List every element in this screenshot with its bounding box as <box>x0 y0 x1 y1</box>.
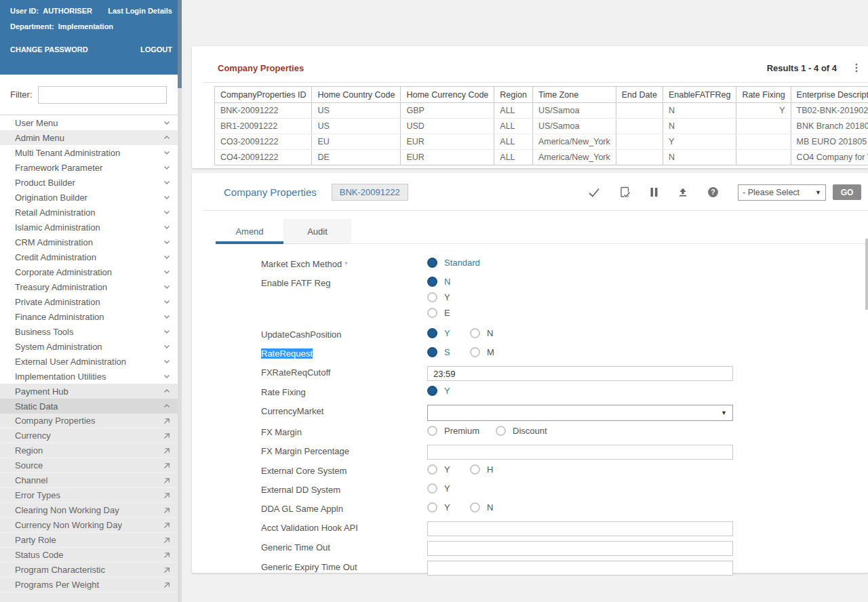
sidebar-item-company-properties[interactable]: Company Properties <box>0 414 182 428</box>
sidebar-item-program-characteristic[interactable]: Program Characteristic <box>0 563 182 578</box>
sidebar-item-external-user-administration[interactable]: External User Administration <box>0 354 182 369</box>
acct-validation-hook-api-input[interactable] <box>427 521 733 536</box>
sidebar-item-channel[interactable]: Channel <box>0 473 182 488</box>
radio-label: Y <box>444 483 450 494</box>
cell-home-currency-code: EUR <box>401 150 494 165</box>
divider <box>203 210 868 211</box>
sidebar-item-business-tools[interactable]: Business Tools <box>0 324 182 339</box>
sidebar-item-payment-hub[interactable]: Payment Hub <box>0 384 182 399</box>
radio-button[interactable] <box>470 464 480 475</box>
radio-button[interactable] <box>427 464 437 475</box>
sidebar-item-source[interactable]: Source <box>0 458 182 473</box>
last-login-link[interactable]: Last Login Details <box>108 7 172 15</box>
sidebar-item-label: Status Code <box>15 550 64 560</box>
sidebar-item-status-code[interactable]: Status Code <box>0 548 182 563</box>
sidebar-item-private-administration[interactable]: Private Administration <box>0 294 182 309</box>
radio-button[interactable] <box>470 502 480 513</box>
sidebar-item-retail-administration[interactable]: Retail Administration <box>0 205 182 220</box>
radio-button[interactable] <box>427 277 437 287</box>
sidebar-item-treasury-administration[interactable]: Treasury Administration <box>0 279 182 294</box>
kebab-menu-icon[interactable] <box>852 62 861 73</box>
radio-button[interactable] <box>427 328 437 338</box>
radio-option-h: H <box>470 464 496 475</box>
radio-button[interactable] <box>427 258 437 268</box>
radio-option-y: Y <box>427 328 454 338</box>
filter-input[interactable] <box>38 86 167 104</box>
table-row: BNK-20091222USGBPALLUS/SamoaNYTB02-BNK-2… <box>215 103 868 119</box>
tab-audit[interactable]: Audit <box>283 219 351 243</box>
sidebar-item-admin-menu[interactable]: Admin Menu <box>0 130 182 145</box>
column-header-home-currency-code: Home Currency Code <box>401 87 494 103</box>
radio-button[interactable] <box>427 386 437 396</box>
sidebar-item-islamic-administration[interactable]: Islamic Administration <box>0 220 182 235</box>
radio-option-s: S <box>427 347 454 357</box>
sidebar-item-currency-non-working-day[interactable]: Currency Non Working Day <box>0 518 182 533</box>
radio-button[interactable] <box>427 292 437 302</box>
user-info-header: User ID: AUTHORISER Last Login Details D… <box>0 0 182 75</box>
go-button[interactable]: GO <box>833 184 861 200</box>
radio-button[interactable] <box>470 328 480 338</box>
sidebar-item-finance-administration[interactable]: Finance Administration <box>0 309 182 324</box>
sidebar-item-static-data[interactable]: Static Data <box>0 399 182 414</box>
action-select-value: - Please Select <box>743 188 800 197</box>
radio-label: H <box>487 464 493 475</box>
radio-button[interactable] <box>427 347 437 357</box>
generic-time-out-input[interactable] <box>427 541 733 556</box>
upload-icon[interactable] <box>677 187 688 197</box>
field-label: CurrencyMarket <box>261 405 427 416</box>
fx-margin-percentage-input[interactable] <box>427 445 733 460</box>
approve-check-icon[interactable] <box>588 187 600 198</box>
change-password-link[interactable]: CHANGE PASSWORD <box>10 45 88 54</box>
chevron-down-icon <box>163 178 171 186</box>
field-label: FXRateReqCutoff <box>261 366 427 378</box>
sidebar-item-currency[interactable]: Currency <box>0 428 182 443</box>
sidebar-item-error-types[interactable]: Error Types <box>0 488 182 503</box>
radio-button[interactable] <box>496 426 506 436</box>
sidebar-item-system-administration[interactable]: System Administration <box>0 339 182 354</box>
sidebar-item-framework-parameter[interactable]: Framework Parameter <box>0 160 182 175</box>
chevron-up-icon <box>163 387 171 395</box>
sidebar-item-multi-tenant-administration[interactable]: Multi Tenant Administration <box>0 145 182 160</box>
radio-button[interactable] <box>427 308 437 318</box>
generic-expiry-time-out-input[interactable] <box>427 561 733 576</box>
cell-time-zone: US/Samoa <box>532 119 616 134</box>
help-icon[interactable]: ? <box>707 186 719 198</box>
department-label: Department: <box>10 22 54 31</box>
sidebar-item-programs-per-weight[interactable]: Programs Per Weight <box>0 578 182 593</box>
page-scrollbar-thumb[interactable] <box>865 239 868 310</box>
action-select[interactable]: - Please Select ▼ <box>738 184 826 201</box>
sidebar-item-origination-builder[interactable]: Origination Builder <box>0 190 182 205</box>
cell-region: ALL <box>494 150 533 165</box>
chevron-down-icon <box>163 342 171 350</box>
sidebar-item-party-role[interactable]: Party Role <box>0 533 182 548</box>
sidebar-item-user-menu[interactable]: User Menu <box>0 115 182 130</box>
sidebar-item-label: Finance Administration <box>15 312 104 322</box>
radio-option-y: Y <box>427 483 454 494</box>
radio-button[interactable] <box>470 347 480 357</box>
fxratereqcutoff-input[interactable] <box>427 366 733 381</box>
cell-home-currency-code: GBP <box>401 103 494 119</box>
sidebar-item-label: Admin Menu <box>15 133 64 143</box>
sidebar-item-crm-administration[interactable]: CRM Administration <box>0 235 182 249</box>
sidebar-item-corporate-administration[interactable]: Corporate Administration <box>0 264 182 279</box>
pause-icon[interactable] <box>650 187 658 197</box>
verify-document-icon[interactable] <box>619 186 631 198</box>
sidebar-item-implementation-utilities[interactable]: Implementation Utilities <box>0 369 182 384</box>
form-row-acct-validation-hook-api: Acct Validation Hook API <box>261 521 868 536</box>
cell-rate-fixing <box>736 150 791 165</box>
radio-button[interactable] <box>427 426 437 436</box>
logout-link[interactable]: LOGOUT <box>140 45 172 54</box>
sidebar-item-product-builder[interactable]: Product Builder <box>0 175 182 190</box>
currencymarket-select[interactable]: ▼ <box>427 405 733 421</box>
radio-option-e: E <box>427 308 717 318</box>
sidebar-item-label: Framework Parameter <box>15 163 102 173</box>
sidebar-item-clearing-non-working-day[interactable]: Clearing Non Working Day <box>0 503 182 518</box>
sidebar-item-region[interactable]: Region <box>0 443 182 458</box>
field-label: DDA GL Same Appln <box>261 502 427 514</box>
radio-button[interactable] <box>427 502 437 513</box>
sidebar-item-credit-administration[interactable]: Credit Administration <box>0 249 182 264</box>
radio-button[interactable] <box>427 483 437 494</box>
sidebar-menu: User MenuAdmin MenuMulti Tenant Administ… <box>0 115 182 602</box>
tab-amend[interactable]: Amend <box>216 219 283 243</box>
cell-home-country-code: EU <box>312 134 401 150</box>
